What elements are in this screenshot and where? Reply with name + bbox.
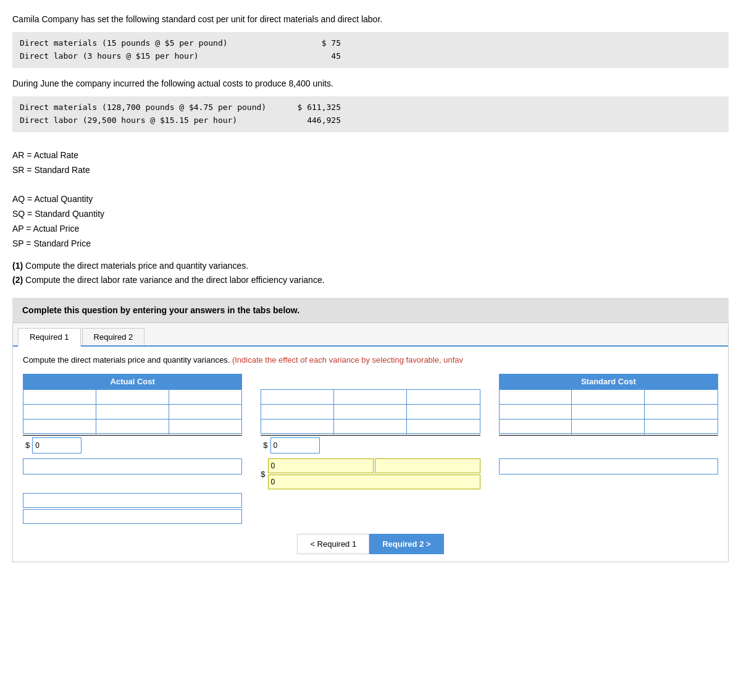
mid-r2-c3	[407, 405, 480, 420]
mid-r2-c1-input[interactable]	[261, 405, 333, 420]
mid-r1-c3-input[interactable]	[407, 390, 480, 405]
actual-r1-c2	[96, 390, 169, 405]
var-left-1	[23, 458, 242, 491]
bar-left-input-1[interactable]	[23, 494, 241, 507]
actual-r3-c2	[96, 420, 169, 434]
compute-red-text: (Indicate the effect of each variance by…	[232, 355, 463, 365]
bar-left-input-2[interactable]	[23, 510, 241, 523]
std-r2-c3	[645, 405, 718, 420]
actual-r3-c2-input[interactable]	[96, 420, 169, 434]
bottom-arrow-rows	[23, 493, 718, 524]
middle-total-row: $	[261, 435, 480, 453]
required-1-button[interactable]: < Required 1	[297, 534, 369, 554]
var-yellow-row-1	[268, 458, 480, 473]
actual-r1-c1-input[interactable]	[23, 390, 96, 405]
actual-r3-c1-input[interactable]	[23, 420, 96, 434]
var-yellow-input-1[interactable]	[269, 459, 373, 473]
std-r3-c2-input[interactable]	[572, 420, 644, 434]
var-sep-2	[480, 458, 499, 491]
actual-total-input-wrapper	[32, 437, 82, 453]
actual-r1-c1	[23, 390, 96, 405]
mid-r3-c3-input[interactable]	[407, 420, 480, 434]
mid-r3-c2	[334, 420, 407, 434]
actual-r3-c1	[23, 420, 96, 434]
actual-r1-c3	[169, 390, 242, 405]
separator-2	[480, 374, 499, 453]
mid-r3-c2-input[interactable]	[334, 420, 406, 434]
tab1-content: Compute the direct materials price and q…	[13, 347, 728, 562]
var-sep-1	[242, 458, 261, 491]
actual-r3-c3-input[interactable]	[169, 420, 242, 434]
var-right-1	[499, 458, 718, 491]
mid-r1-c2-input[interactable]	[334, 390, 406, 405]
standard-cost-table: Direct materials (15 pounds @ $5 per pou…	[12, 32, 729, 68]
standard-cost-column: Standard Cost	[499, 374, 718, 453]
actual-r2-c3-input[interactable]	[169, 405, 242, 420]
actual-r2-c1-input[interactable]	[23, 405, 96, 420]
var-yellow-input-2[interactable]	[375, 459, 480, 473]
ap-def: AP = Actual Price	[12, 222, 729, 237]
compute-main-text: Compute the direct materials price and q…	[23, 355, 232, 365]
var-yellow-row-2-input[interactable]	[269, 475, 480, 489]
required-2-button[interactable]: Required 2 >	[369, 534, 443, 554]
mid-r3-c1-input[interactable]	[261, 420, 333, 434]
instructions-section: (1) Compute the direct materials price a…	[12, 259, 729, 289]
std-r3-c1-input[interactable]	[500, 420, 572, 434]
actual-r1-c3-input[interactable]	[169, 390, 242, 405]
std-r1-c1-input[interactable]	[500, 390, 572, 405]
tab-required-2[interactable]: Required 2	[82, 328, 145, 345]
mid-r2-c2-input[interactable]	[334, 405, 406, 420]
actual-r2-c3	[169, 405, 242, 420]
std-r2-c3-input[interactable]	[645, 405, 718, 420]
actual-r2-c2	[96, 405, 169, 420]
middle-row-2	[261, 404, 480, 419]
nav-buttons-row: < Required 1 Required 2 >	[23, 534, 718, 554]
std-r3-c1	[500, 420, 572, 434]
compute-instruction: Compute the direct materials price and q…	[23, 354, 718, 366]
mid-r3-c3	[407, 420, 480, 434]
dl-value: 45	[331, 50, 341, 63]
actual-r1-c2-input[interactable]	[96, 390, 169, 405]
middle-column: Middle	[261, 374, 480, 453]
std-r3-c3-input[interactable]	[645, 420, 718, 434]
std-r2-c1	[500, 405, 572, 420]
middle-row-1	[261, 389, 480, 404]
definitions-section: AR = Actual Rate SR = Standard Rate AQ =…	[12, 148, 729, 251]
sr-def: SR = Standard Rate	[12, 163, 729, 178]
actual-cost-table: Direct materials (128,700 pounds @ $4.75…	[12, 96, 729, 132]
actual-r2-c2-input[interactable]	[96, 405, 169, 420]
instruction-part2: (2) Compute the direct labor rate varian…	[12, 273, 729, 288]
actual-total-row: $	[23, 435, 242, 453]
mid-r2-c3-input[interactable]	[407, 405, 480, 420]
intro-section: Camila Company has set the following sta…	[12, 12, 729, 141]
actual-row-2	[23, 404, 242, 419]
var-yellow-row-2-wrapper	[268, 474, 480, 489]
tab-required-1[interactable]: Required 1	[18, 328, 81, 347]
dm-label: Direct materials (15 pounds @ $5 per pou…	[20, 37, 228, 50]
std-r1-c2-input[interactable]	[572, 390, 644, 405]
tabs-container: Required 1 Required 2 Compute the direct…	[12, 323, 729, 562]
actual-total-input[interactable]	[33, 438, 81, 453]
actual-r3-c3	[169, 420, 242, 434]
middle-total-input[interactable]	[271, 438, 319, 453]
var-dollar-1: $	[261, 470, 265, 479]
std-r1-c3-input[interactable]	[645, 390, 718, 405]
middle-row-3	[261, 419, 480, 434]
actual-dl-label: Direct labor (29,500 hours @ $15.15 per …	[20, 114, 237, 127]
actual-dollar-sign: $	[23, 441, 32, 450]
std-r2-c2-input[interactable]	[572, 405, 644, 420]
mid-r1-c1-input[interactable]	[261, 390, 333, 405]
std-r2-c1-input[interactable]	[500, 405, 572, 420]
std-r1-c1	[500, 390, 572, 405]
mid-r2-c1	[261, 405, 334, 420]
var-yellow-input-1-wrapper	[268, 458, 374, 473]
std-row-2	[499, 404, 718, 419]
var-left-1-input[interactable]	[23, 459, 241, 474]
mid-r1-c2	[334, 390, 407, 405]
bar-sep-2	[480, 493, 499, 524]
variance-section: $	[23, 458, 718, 524]
var-right-1-input[interactable]	[500, 459, 718, 474]
sp-def: SP = Standard Price	[12, 237, 729, 251]
bar-left	[23, 493, 242, 524]
ar-def: AR = Actual Rate	[12, 148, 729, 163]
